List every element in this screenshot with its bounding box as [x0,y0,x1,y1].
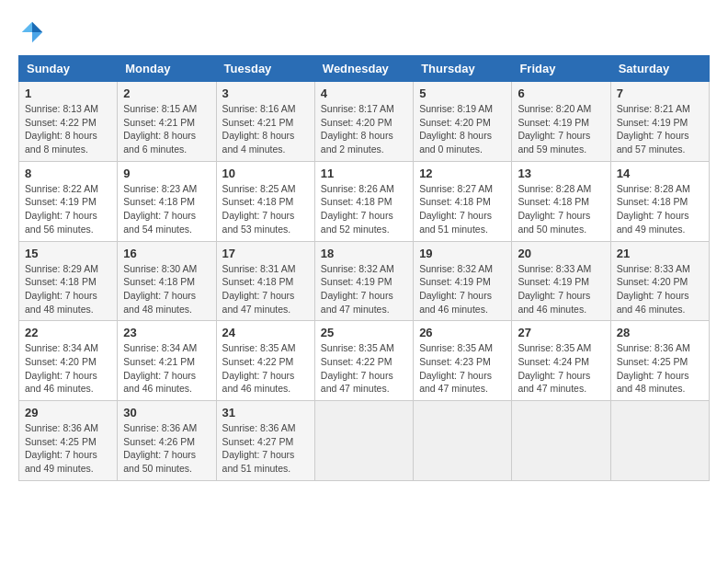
day-number: 15 [25,247,111,260]
day-number: 26 [419,326,506,339]
day-info: Sunrise: 8:23 AMSunset: 4:18 PMDaylight:… [123,183,197,235]
day-number: 12 [419,167,506,180]
day-number: 14 [617,167,703,180]
day-info: Sunrise: 8:33 AMSunset: 4:19 PMDaylight:… [518,263,591,315]
calendar-cell: 14Sunrise: 8:28 AMSunset: 4:18 PMDayligh… [610,161,709,241]
calendar-cell: 22Sunrise: 8:34 AMSunset: 4:20 PMDayligh… [19,321,118,401]
calendar-header-thursday: Thursday [414,56,512,82]
day-info: Sunrise: 8:30 AMSunset: 4:18 PMDaylight:… [123,263,197,315]
calendar-cell: 30Sunrise: 8:36 AMSunset: 4:26 PMDayligh… [118,401,216,481]
day-info: Sunrise: 8:25 AMSunset: 4:18 PMDaylight:… [222,183,296,235]
calendar-cell: 8Sunrise: 8:22 AMSunset: 4:19 PMDaylight… [19,161,118,241]
page-header [18,18,710,46]
day-info: Sunrise: 8:32 AMSunset: 4:19 PMDaylight:… [321,263,394,315]
day-info: Sunrise: 8:33 AMSunset: 4:20 PMDaylight:… [617,263,690,315]
calendar-cell: 26Sunrise: 8:35 AMSunset: 4:23 PMDayligh… [414,321,512,401]
calendar-header-sunday: Sunday [19,56,118,82]
calendar-header-monday: Monday [118,56,216,82]
day-number: 16 [123,247,210,260]
day-number: 20 [518,247,604,260]
day-number: 7 [617,86,703,100]
day-number: 1 [25,86,111,100]
day-number: 23 [123,326,210,339]
day-number: 10 [222,167,309,180]
calendar-cell: 27Sunrise: 8:35 AMSunset: 4:24 PMDayligh… [512,321,610,401]
calendar-cell: 28Sunrise: 8:36 AMSunset: 4:25 PMDayligh… [610,321,709,401]
day-number: 29 [25,406,111,419]
day-number: 5 [419,86,506,100]
calendar-week-3: 15Sunrise: 8:29 AMSunset: 4:18 PMDayligh… [19,241,710,321]
calendar-header-tuesday: Tuesday [216,56,314,82]
day-info: Sunrise: 8:36 AMSunset: 4:25 PMDaylight:… [25,422,98,474]
calendar-cell: 12Sunrise: 8:27 AMSunset: 4:18 PMDayligh… [414,161,512,241]
calendar-cell: 2Sunrise: 8:15 AMSunset: 4:21 PMDaylight… [118,82,216,162]
calendar-cell [512,401,610,481]
day-info: Sunrise: 8:35 AMSunset: 4:23 PMDaylight:… [419,342,493,394]
calendar-cell: 3Sunrise: 8:16 AMSunset: 4:21 PMDaylight… [216,82,314,162]
day-number: 18 [321,247,407,260]
calendar-cell: 20Sunrise: 8:33 AMSunset: 4:19 PMDayligh… [512,241,610,321]
calendar-cell: 5Sunrise: 8:19 AMSunset: 4:20 PMDaylight… [414,82,512,162]
day-info: Sunrise: 8:35 AMSunset: 4:24 PMDaylight:… [518,342,591,394]
calendar-cell [314,401,413,481]
day-number: 6 [518,86,604,100]
calendar-cell: 10Sunrise: 8:25 AMSunset: 4:18 PMDayligh… [216,161,314,241]
day-number: 21 [617,247,703,260]
day-number: 31 [222,406,309,419]
day-info: Sunrise: 8:26 AMSunset: 4:18 PMDaylight:… [321,183,394,235]
day-number: 13 [518,167,604,180]
calendar-header-wednesday: Wednesday [314,56,413,82]
day-number: 8 [25,167,111,180]
day-info: Sunrise: 8:31 AMSunset: 4:18 PMDaylight:… [222,263,296,315]
calendar-week-2: 8Sunrise: 8:22 AMSunset: 4:19 PMDaylight… [19,161,710,241]
calendar-cell: 29Sunrise: 8:36 AMSunset: 4:25 PMDayligh… [19,401,118,481]
calendar-cell: 18Sunrise: 8:32 AMSunset: 4:19 PMDayligh… [314,241,413,321]
day-number: 25 [321,326,407,339]
logo [18,18,50,46]
calendar-cell: 4Sunrise: 8:17 AMSunset: 4:20 PMDaylight… [314,82,413,162]
day-number: 11 [321,167,407,180]
day-info: Sunrise: 8:32 AMSunset: 4:19 PMDaylight:… [419,263,493,315]
day-info: Sunrise: 8:15 AMSunset: 4:21 PMDaylight:… [123,103,197,155]
svg-marker-0 [32,22,42,32]
day-info: Sunrise: 8:22 AMSunset: 4:19 PMDaylight:… [25,183,98,235]
day-info: Sunrise: 8:20 AMSunset: 4:19 PMDaylight:… [518,103,591,155]
calendar-table: SundayMondayTuesdayWednesdayThursdayFrid… [18,55,710,481]
calendar-cell: 25Sunrise: 8:35 AMSunset: 4:22 PMDayligh… [314,321,413,401]
day-info: Sunrise: 8:17 AMSunset: 4:20 PMDaylight:… [321,103,394,155]
svg-marker-2 [22,22,32,32]
day-info: Sunrise: 8:28 AMSunset: 4:18 PMDaylight:… [617,183,690,235]
calendar-cell: 17Sunrise: 8:31 AMSunset: 4:18 PMDayligh… [216,241,314,321]
calendar-cell: 11Sunrise: 8:26 AMSunset: 4:18 PMDayligh… [314,161,413,241]
day-info: Sunrise: 8:36 AMSunset: 4:26 PMDaylight:… [123,422,197,474]
day-number: 19 [419,247,506,260]
calendar-week-4: 22Sunrise: 8:34 AMSunset: 4:20 PMDayligh… [19,321,710,401]
day-info: Sunrise: 8:29 AMSunset: 4:18 PMDaylight:… [25,263,98,315]
calendar-cell: 13Sunrise: 8:28 AMSunset: 4:18 PMDayligh… [512,161,610,241]
day-info: Sunrise: 8:19 AMSunset: 4:20 PMDaylight:… [419,103,493,155]
day-number: 17 [222,247,309,260]
calendar-cell: 1Sunrise: 8:13 AMSunset: 4:22 PMDaylight… [19,82,118,162]
day-info: Sunrise: 8:35 AMSunset: 4:22 PMDaylight:… [222,342,296,394]
calendar-cell: 21Sunrise: 8:33 AMSunset: 4:20 PMDayligh… [610,241,709,321]
svg-marker-1 [32,32,42,42]
day-number: 22 [25,326,111,339]
calendar-cell: 19Sunrise: 8:32 AMSunset: 4:19 PMDayligh… [414,241,512,321]
day-number: 4 [321,86,407,100]
day-info: Sunrise: 8:34 AMSunset: 4:21 PMDaylight:… [123,342,197,394]
day-info: Sunrise: 8:21 AMSunset: 4:19 PMDaylight:… [617,103,690,155]
day-info: Sunrise: 8:36 AMSunset: 4:27 PMDaylight:… [222,422,296,474]
day-info: Sunrise: 8:34 AMSunset: 4:20 PMDaylight:… [25,342,98,394]
calendar-cell: 7Sunrise: 8:21 AMSunset: 4:19 PMDaylight… [610,82,709,162]
day-info: Sunrise: 8:13 AMSunset: 4:22 PMDaylight:… [25,103,98,155]
calendar-cell [610,401,709,481]
calendar-cell: 15Sunrise: 8:29 AMSunset: 4:18 PMDayligh… [19,241,118,321]
day-info: Sunrise: 8:35 AMSunset: 4:22 PMDaylight:… [321,342,394,394]
day-info: Sunrise: 8:16 AMSunset: 4:21 PMDaylight:… [222,103,296,155]
day-info: Sunrise: 8:28 AMSunset: 4:18 PMDaylight:… [518,183,591,235]
calendar-cell: 31Sunrise: 8:36 AMSunset: 4:27 PMDayligh… [216,401,314,481]
calendar-header-friday: Friday [512,56,610,82]
calendar-cell: 9Sunrise: 8:23 AMSunset: 4:18 PMDaylight… [118,161,216,241]
calendar-cell [414,401,512,481]
day-info: Sunrise: 8:27 AMSunset: 4:18 PMDaylight:… [419,183,493,235]
